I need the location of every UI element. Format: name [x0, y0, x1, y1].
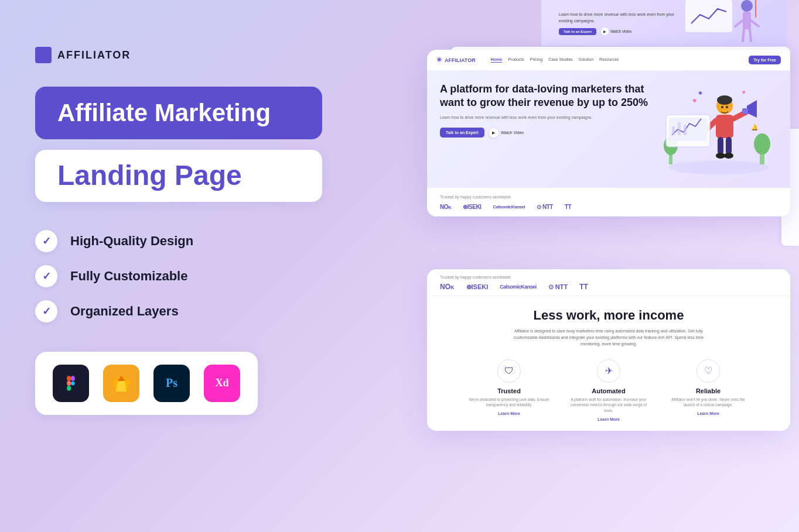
reliable-desc: Affiliator won't let you down. Never mis…	[667, 397, 749, 409]
check-badge-1: ✓	[35, 230, 57, 252]
svg-marker-9	[116, 381, 127, 392]
svg-text:◉: ◉	[698, 90, 702, 95]
feature-item-3: ✓ Organized Layers	[35, 300, 363, 322]
svg-line-12	[735, 20, 743, 26]
nav-link-case-studies[interactable]: Case Studies	[548, 57, 573, 63]
trusted-icon: 🛡	[497, 359, 521, 383]
feature-text-2: Fully Customizable	[70, 269, 187, 284]
svg-point-21	[754, 133, 770, 155]
landing-badge: Landing Page	[35, 150, 322, 202]
logo-tt: TT	[565, 204, 571, 210]
tools-row: Ps Xd	[35, 352, 258, 415]
preview-bottom-trusted: Trusted by happy customers worldwide. NO…	[427, 269, 790, 296]
trusted-desc: We're dedicated to protecting user data.…	[468, 397, 550, 409]
right-panel: Learn how to drive more revenue with les…	[389, 0, 799, 532]
left-panel: AFFILIATOR Affiliate Marketing Landing P…	[35, 47, 363, 415]
sketch-icon	[103, 365, 139, 402]
preview-hero-buttons: Talk to an Expert ▶ Watch Video	[440, 128, 651, 138]
svg-marker-31	[747, 100, 757, 118]
svg-rect-3	[71, 376, 75, 380]
nav-link-products[interactable]: Products	[508, 57, 524, 63]
hero-expert-button[interactable]: Talk to an Expert	[440, 128, 484, 138]
brand-row: AFFILIATOR	[35, 47, 363, 63]
svg-point-4	[71, 382, 75, 386]
svg-line-13	[751, 20, 759, 26]
nav-link-resources[interactable]: Resources	[599, 57, 619, 63]
preview-trusted-section: Trusted by happy customers worldwide. NO…	[427, 188, 790, 217]
logo-tt-bottom: TT	[579, 283, 588, 291]
automated-title: Automated	[568, 387, 650, 394]
section-subtitle: Affiliator is designed to save busy mark…	[509, 328, 708, 348]
play-icon: ▶	[601, 28, 609, 35]
feature-trusted: 🛡 Trusted We're dedicated to protecting …	[468, 359, 550, 421]
logo-calsonic: CalsomicKansei	[493, 204, 525, 210]
hero-video-button[interactable]: ▶ Watch Video	[489, 128, 524, 138]
check-badge-3: ✓	[35, 300, 57, 322]
nav-link-solution[interactable]: Solution	[579, 57, 593, 63]
svg-rect-11	[743, 12, 751, 29]
feature-reliable: ♡ Reliable Affiliator won't let you down…	[667, 359, 749, 421]
reliable-icon: ♡	[696, 359, 720, 383]
svg-point-25	[717, 95, 732, 105]
adobe-xd-icon: Xd	[204, 365, 240, 402]
peek-top-text: Learn how to drive more revenue with les…	[559, 12, 676, 24]
nav-link-pricing[interactable]: Pricing	[530, 57, 542, 63]
svg-rect-1	[67, 381, 71, 386]
peek-expert-button[interactable]: Talk to an Expert	[559, 28, 596, 35]
logo-ntt: ⊙ NTT	[537, 204, 553, 210]
svg-text:♥: ♥	[692, 97, 696, 105]
svg-text:🔔: 🔔	[751, 123, 759, 131]
peek-video-button[interactable]: ▶ Watch Video	[601, 28, 632, 35]
svg-line-15	[750, 29, 751, 41]
affiliate-title: Affiliate Marketing	[57, 99, 300, 126]
check-icon-1: ✓	[42, 235, 51, 248]
logo-ntt-bottom: ⊙ NTT	[548, 283, 568, 291]
svg-point-36	[724, 153, 733, 159]
brand-name: AFFILIATOR	[57, 49, 131, 61]
section-features-row: 🛡 Trusted We're dedicated to protecting …	[440, 359, 777, 421]
peek-top-buttons: Talk to an Expert ▶ Watch Video	[559, 28, 676, 35]
svg-rect-28	[716, 115, 733, 138]
feature-text-1: High-Quality Design	[70, 234, 193, 249]
trusted-title: Trusted	[468, 387, 550, 394]
svg-rect-34	[726, 137, 732, 155]
svg-rect-40	[678, 122, 681, 135]
svg-point-26	[721, 106, 723, 108]
preview-hero-text: A platform for data-loving marketers tha…	[440, 83, 660, 138]
preview-logo: ✳ AFFILIATOR	[436, 56, 476, 64]
photoshop-icon: Ps	[153, 365, 190, 402]
nav-cta-button[interactable]: Try for Free	[749, 56, 781, 64]
feature-text-3: Organized Layers	[70, 304, 179, 319]
nav-link-home[interactable]: Home	[491, 57, 502, 63]
affiliate-badge: Affiliate Marketing	[35, 87, 322, 139]
automated-learn-more[interactable]: Learn More	[568, 417, 650, 421]
svg-rect-2	[67, 386, 71, 390]
preview-bottom-section: Less work, more income Affiliator is des…	[427, 296, 790, 431]
logo-nok-bottom: NOK	[440, 283, 455, 291]
hero-illustration: ♥ ♥ ◉ 🔔	[660, 83, 777, 176]
preview-nav: ✳ AFFILIATOR Home Products Pricing Case …	[427, 50, 790, 71]
trusted-learn-more[interactable]: Learn More	[468, 411, 550, 416]
bottom-trusted-text: Trusted by happy customers worldwide.	[440, 275, 777, 279]
svg-point-35	[716, 153, 725, 159]
play-icon: ▶	[489, 128, 498, 138]
check-icon-2: ✓	[42, 270, 51, 283]
reliable-learn-more[interactable]: Learn More	[667, 411, 749, 416]
automated-icon: ✈	[597, 359, 620, 383]
preview-logos: NOK ⊕ISEKI CalsomicKansei ⊙ NTT TT	[440, 204, 777, 210]
svg-rect-33	[718, 137, 723, 155]
features-list: ✓ High-Quality Design ✓ Fully Customizab…	[35, 230, 363, 322]
preview-hero: A platform for data-loving marketers tha…	[427, 71, 790, 188]
logo-star-icon: ✳	[436, 56, 442, 64]
svg-line-14	[743, 29, 744, 41]
figma-icon	[53, 365, 89, 402]
svg-point-19	[669, 160, 769, 174]
svg-rect-0	[67, 376, 71, 380]
svg-rect-41	[684, 125, 687, 135]
svg-point-10	[741, 0, 753, 12]
reliable-title: Reliable	[667, 387, 749, 394]
svg-rect-32	[742, 108, 748, 114]
feature-item-1: ✓ High-Quality Design	[35, 230, 363, 252]
check-badge-2: ✓	[35, 265, 57, 287]
brand-icon	[35, 47, 52, 63]
